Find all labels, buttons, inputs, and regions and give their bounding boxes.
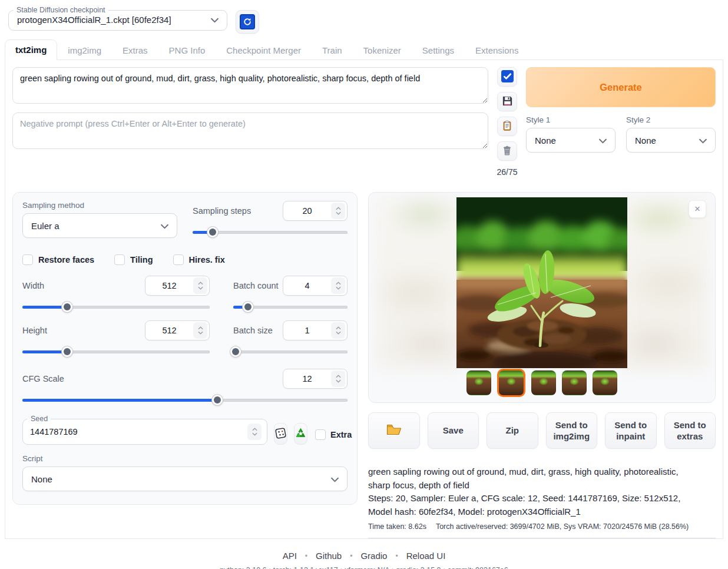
tab-txt2img[interactable]: txt2img	[5, 39, 57, 60]
stepper-arrows[interactable]	[331, 203, 345, 219]
save-button[interactable]: Save	[428, 412, 479, 449]
stepper-arrows[interactable]	[331, 277, 345, 294]
footer-link-github[interactable]: Github	[316, 551, 342, 561]
hires-fix-checkbox[interactable]: Hires. fix	[173, 254, 225, 265]
zip-button[interactable]: Zip	[487, 412, 538, 449]
slider-knob[interactable]	[62, 346, 72, 357]
negative-prompt-input[interactable]	[12, 113, 488, 149]
gallery-blur-left	[376, 197, 464, 369]
tab-extensions[interactable]: Extensions	[465, 40, 529, 60]
style1-dropdown[interactable]: None	[526, 128, 616, 153]
close-gallery-button[interactable]: ×	[689, 200, 706, 218]
cfg-scale-slider[interactable]	[22, 395, 348, 405]
tiling-checkbox[interactable]: Tiling	[114, 254, 153, 265]
thumbnail-strip	[369, 369, 715, 397]
thumbnail-2-selected[interactable]	[497, 369, 525, 397]
folder-icon	[386, 424, 402, 438]
open-folder-button[interactable]	[368, 412, 420, 449]
generate-button[interactable]: Generate	[526, 67, 716, 107]
height-input[interactable]: 512	[145, 320, 210, 340]
result-gallery: ×	[368, 192, 716, 403]
reuse-seed-button[interactable]	[294, 423, 307, 445]
sampling-steps-slider[interactable]	[193, 227, 348, 237]
batch-size-slider[interactable]	[233, 346, 348, 357]
tab-img2img[interactable]: img2img	[57, 40, 112, 60]
sampling-steps-input[interactable]: 20	[283, 201, 348, 221]
slider-knob[interactable]	[207, 227, 218, 237]
main-tabs: txt2img img2img Extras PNG Info Checkpoi…	[5, 39, 723, 60]
seed-field[interactable]: Seed 1441787169	[22, 415, 267, 445]
batch-size-input[interactable]: 1	[283, 320, 348, 340]
footer-link-api[interactable]: API	[283, 551, 297, 561]
style2-dropdown[interactable]: None	[626, 128, 716, 153]
info-prompt-text: green sapling rowing out of ground, mud,…	[368, 465, 698, 492]
refresh-checkpoints-button[interactable]	[236, 10, 259, 34]
slider-knob[interactable]	[212, 395, 223, 405]
stepper-arrows[interactable]	[331, 322, 345, 339]
sampling-steps-label: Sampling steps	[193, 206, 251, 216]
slider-knob[interactable]	[230, 346, 241, 357]
stepper-arrows[interactable]	[247, 424, 262, 440]
prompt-input[interactable]: green sapling rowing out of ground, mud,…	[12, 67, 488, 104]
thumbnail-4[interactable]	[562, 370, 587, 395]
generated-image[interactable]	[456, 197, 627, 368]
batch-count-slider[interactable]	[233, 302, 348, 312]
chevron-down-icon	[161, 221, 168, 231]
checkbox-box[interactable]	[315, 429, 326, 440]
chevron-down-icon	[211, 15, 219, 25]
thumbnail-5[interactable]	[593, 370, 617, 395]
chevron-down-icon	[699, 135, 707, 145]
info-vram: Torch active/reserved: 3699/4702 MiB, Sy…	[436, 522, 689, 531]
stepper-arrows[interactable]	[193, 277, 207, 294]
width-input[interactable]: 512	[145, 276, 210, 296]
send-to-inpaint-button[interactable]: Send to inpaint	[605, 412, 657, 449]
extra-seed-checkbox[interactable]: Extra	[315, 429, 352, 440]
sampling-method-dropdown[interactable]: Euler a	[22, 213, 177, 238]
footer-link-reload-ui[interactable]: Reload UI	[406, 551, 446, 561]
bullet-separator: •	[350, 552, 352, 560]
slider-knob[interactable]	[62, 302, 72, 312]
tab-extras[interactable]: Extras	[112, 40, 158, 60]
thumbnail-3[interactable]	[531, 370, 556, 395]
cfg-scale-label: CFG Scale	[22, 374, 64, 383]
gallery-blur-right	[620, 197, 708, 369]
style2-label: Style 2	[626, 115, 716, 124]
tab-png-info[interactable]: PNG Info	[158, 40, 216, 60]
stepper-arrows[interactable]	[331, 370, 345, 387]
tab-tokenizer[interactable]: Tokenizer	[353, 40, 412, 60]
script-dropdown[interactable]: None	[22, 467, 348, 491]
checkpoint-value: protogenX34OfficialR_1.ckpt [60fe2f34]	[17, 15, 171, 25]
checkbox-box[interactable]	[173, 254, 184, 265]
send-to-img2img-button[interactable]: Send to img2img	[546, 412, 598, 449]
tab-checkpoint-merger[interactable]: Checkpoint Merger	[216, 40, 312, 60]
quicksettings-bar: Stable Diffusion checkpoint protogenX34O…	[0, 0, 728, 37]
dice-icon	[274, 427, 287, 441]
info-time-taken: Time taken: 8.62s	[368, 522, 426, 531]
footer: API • Github • Gradio • Reload UI python…	[0, 539, 728, 569]
batch-size-label: Batch size	[233, 326, 273, 335]
cfg-scale-input[interactable]: 12	[283, 369, 348, 389]
footer-link-gradio[interactable]: Gradio	[360, 551, 387, 561]
output-actions: Save Zip Send to img2img Send to inpaint…	[368, 412, 716, 449]
paste-params-button[interactable]	[497, 67, 517, 87]
checkbox-box[interactable]	[114, 254, 125, 265]
apply-style-button[interactable]	[497, 117, 517, 136]
height-slider[interactable]	[22, 346, 210, 357]
slider-knob[interactable]	[243, 302, 253, 312]
width-label: Width	[22, 281, 44, 290]
stepper-arrows[interactable]	[193, 322, 207, 339]
tab-settings[interactable]: Settings	[412, 40, 465, 60]
tab-train[interactable]: Train	[312, 40, 353, 60]
seed-label: Seed	[28, 415, 51, 423]
random-seed-button[interactable]	[274, 423, 287, 445]
clear-prompt-button[interactable]	[497, 141, 517, 161]
restore-faces-checkbox[interactable]: Restore faces	[22, 254, 94, 265]
script-label: Script	[22, 454, 348, 463]
width-slider[interactable]	[22, 302, 210, 312]
send-to-extras-button[interactable]: Send to extras	[664, 412, 716, 449]
checkbox-box[interactable]	[22, 254, 33, 265]
thumbnail-1[interactable]	[466, 370, 491, 395]
checkpoint-dropdown[interactable]: Stable Diffusion checkpoint protogenX34O…	[8, 6, 227, 31]
batch-count-input[interactable]: 4	[283, 276, 348, 296]
save-style-button[interactable]	[497, 92, 517, 111]
